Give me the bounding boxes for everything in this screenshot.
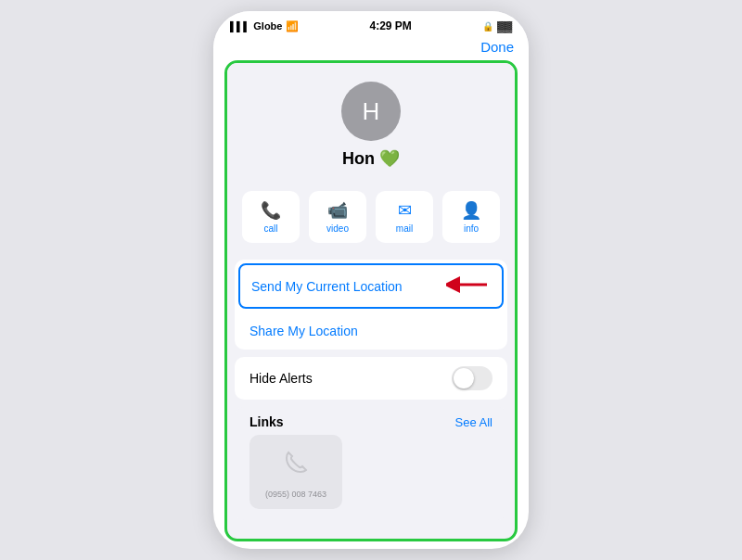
carrier-name: Globe <box>253 20 282 32</box>
links-header: Links See All <box>235 407 507 435</box>
mail-button[interactable]: ✉ mail <box>376 191 433 243</box>
avatar-initial: H <box>363 97 380 126</box>
status-right: 🔒 ▓▓ <box>482 20 512 32</box>
hide-alerts-label: Hide Alerts <box>249 371 313 386</box>
nav-header: Done <box>213 37 529 60</box>
lock-icon: 🔒 <box>482 21 493 32</box>
avatar: H <box>341 82 401 141</box>
share-location-label: Share My Location <box>249 324 358 338</box>
video-button[interactable]: 📹 video <box>309 191 366 243</box>
hide-alerts-section: Hide Alerts <box>235 357 507 400</box>
contact-name: Hon 💚 <box>342 148 400 169</box>
video-label: video <box>326 223 349 234</box>
link-phone-number: (0955) 008 7463 <box>265 490 326 499</box>
contact-emoji: 💚 <box>379 149 400 168</box>
status-time: 4:29 PM <box>370 19 412 32</box>
status-left: ▌▌▌ Globe 📶 <box>230 20 299 32</box>
content-frame: H Hon 💚 📞 call 📹 video ✉ mail 👤 <box>224 60 518 541</box>
links-title: Links <box>249 414 284 429</box>
location-section: Send My Current Location <box>235 260 507 350</box>
send-current-location-item[interactable]: Send My Current Location <box>238 263 504 309</box>
mail-icon: ✉ <box>398 200 412 221</box>
share-location-item[interactable]: Share My Location <box>235 312 507 350</box>
red-arrow-icon <box>446 274 491 295</box>
video-icon: 📹 <box>327 200 348 221</box>
links-section: Links See All (0955) 008 7463 <box>235 407 507 520</box>
signal-icon: ▌▌▌ <box>230 21 249 32</box>
call-label: call <box>263 223 277 234</box>
info-label: info <box>464 223 479 234</box>
call-button[interactable]: 📞 call <box>242 191 300 243</box>
link-thumbnail[interactable]: (0955) 008 7463 <box>249 435 342 509</box>
info-button[interactable]: 👤 info <box>442 191 500 243</box>
battery-icon: ▓▓ <box>497 20 512 32</box>
profile-section: H Hon 💚 <box>227 63 515 182</box>
call-icon: 📞 <box>261 200 281 221</box>
status-bar: ▌▌▌ Globe 📶 4:29 PM 🔒 ▓▓ <box>213 11 529 37</box>
svg-marker-2 <box>446 279 455 290</box>
toggle-thumb <box>454 368 474 388</box>
phone-frame: ▌▌▌ Globe 📶 4:29 PM 🔒 ▓▓ Done H Hon 💚 <box>213 11 529 549</box>
wifi-icon: 📶 <box>286 20 299 32</box>
see-all-button[interactable]: See All <box>455 415 493 429</box>
hide-alerts-toggle[interactable] <box>452 366 493 390</box>
link-phone-icon <box>279 446 313 486</box>
action-row: 📞 call 📹 video ✉ mail 👤 info <box>227 182 515 252</box>
info-icon: 👤 <box>461 200 481 221</box>
send-current-location-label: Send My Current Location <box>251 279 403 294</box>
done-button[interactable]: Done <box>480 39 514 55</box>
mail-label: mail <box>396 223 413 234</box>
